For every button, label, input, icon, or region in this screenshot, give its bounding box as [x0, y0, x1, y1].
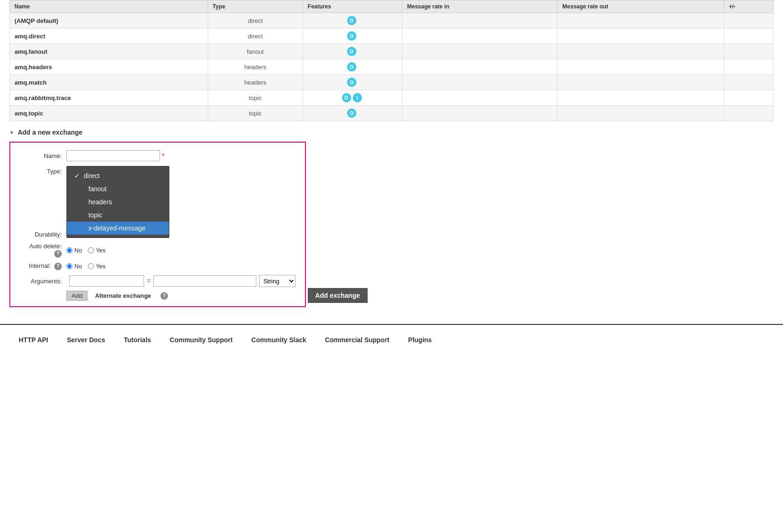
auto-delete-yes[interactable]: Yes: [88, 247, 106, 254]
exchange-name[interactable]: amq.direct: [10, 29, 208, 44]
alternate-exchange-help[interactable]: ?: [160, 292, 168, 300]
add-exchange-form: Name: * Type: ✓directfanoutheaderstopicx…: [9, 142, 306, 307]
exchange-type: direct: [208, 29, 303, 44]
exchange-features: D: [303, 13, 402, 29]
auto-delete-yes-radio[interactable]: [88, 247, 94, 253]
exchange-actions: [724, 29, 774, 44]
table-row: (AMQP default)directD: [10, 13, 774, 29]
type-option-label: x-delayed-message: [88, 224, 145, 232]
arg-value-input[interactable]: [153, 275, 256, 287]
auto-delete-row: Auto delete: ? No Yes: [20, 243, 296, 258]
exchange-features: DI: [303, 90, 402, 106]
footer-link-commercial-support[interactable]: Commercial Support: [316, 332, 399, 347]
exchange-rate-in: [402, 106, 558, 121]
exchange-type: topic: [208, 90, 303, 106]
type-option-label: fanout: [88, 185, 107, 193]
name-label: Name:: [20, 152, 66, 159]
add-exchange-button[interactable]: Add exchange: [308, 288, 368, 303]
internal-row: Internal: ? No Yes: [20, 262, 296, 270]
exchange-rate-out: [558, 29, 724, 44]
auto-delete-no-radio[interactable]: [66, 247, 72, 253]
exchange-actions: [724, 13, 774, 29]
exchanges-table: Name Type Features Message rate in Messa…: [9, 0, 774, 121]
exchange-features: D: [303, 106, 402, 121]
auto-delete-help[interactable]: ?: [54, 250, 62, 258]
exchange-type: topic: [208, 106, 303, 121]
bottom-buttons: Add Alternate exchange ?: [20, 291, 296, 301]
exchange-actions: [724, 106, 774, 121]
arg-equals: =: [147, 277, 151, 285]
exchange-name[interactable]: amq.match: [10, 75, 208, 90]
internal-help[interactable]: ?: [54, 263, 62, 270]
required-star: *: [162, 152, 164, 159]
type-option-fanout[interactable]: fanout: [67, 182, 169, 195]
add-exchange-header[interactable]: ▼ Add a new exchange: [9, 129, 774, 136]
exchange-actions: [724, 59, 774, 75]
exchange-type: direct: [208, 13, 303, 29]
exchange-type: headers: [208, 75, 303, 90]
footer-link-community-slack[interactable]: Community Slack: [242, 332, 315, 347]
exchange-name[interactable]: amq.topic: [10, 106, 208, 121]
internal-label: Internal: ?: [20, 262, 66, 270]
table-row: amq.rabbitmq.tracetopicDI: [10, 90, 774, 106]
table-row: amq.headersheadersD: [10, 59, 774, 75]
auto-delete-no[interactable]: No: [66, 247, 82, 254]
arguments-label: Arguments:: [20, 278, 66, 285]
arg-type-select[interactable]: String Number Boolean: [259, 275, 296, 287]
exchange-rate-in: [402, 59, 558, 75]
exchange-name[interactable]: (AMQP default): [10, 13, 208, 29]
alternate-exchange-label: Alternate exchange: [95, 292, 151, 299]
type-option-headers[interactable]: headers: [67, 195, 169, 208]
arguments-row: Arguments: = String Number Boolean: [20, 275, 296, 287]
exchange-rate-out: [558, 13, 724, 29]
exchange-rate-in: [402, 90, 558, 106]
internal-no-radio[interactable]: [66, 263, 72, 269]
footer-link-http-api[interactable]: HTTP API: [9, 332, 58, 347]
footer-link-community-support[interactable]: Community Support: [160, 332, 242, 347]
type-option-x-delayed-message[interactable]: x-delayed-message: [67, 222, 169, 235]
internal-no[interactable]: No: [66, 263, 82, 270]
exchange-rate-in: [402, 44, 558, 59]
exchange-name[interactable]: amq.rabbitmq.trace: [10, 90, 208, 106]
type-row: Type: ✓directfanoutheaderstopicx-delayed…: [20, 166, 296, 175]
add-exchange-section: ▼ Add a new exchange Name: * Type: ✓dire…: [9, 129, 774, 315]
internal-yes-radio[interactable]: [88, 263, 94, 269]
footer-link-plugins[interactable]: Plugins: [399, 332, 442, 347]
type-option-label: headers: [88, 198, 112, 206]
collapse-triangle: ▼: [9, 130, 14, 135]
exchange-rate-out: [558, 90, 724, 106]
arg-key-input[interactable]: [69, 275, 144, 287]
exchange-rate-out: [558, 75, 724, 90]
col-rate-out: Message rate out: [558, 0, 724, 13]
footer-link-tutorials[interactable]: Tutorials: [115, 332, 160, 347]
checkmark-icon: ✓: [74, 172, 80, 180]
exchange-type: headers: [208, 59, 303, 75]
exchange-rate-in: [402, 13, 558, 29]
col-features: Features: [303, 0, 402, 13]
auto-delete-options: No Yes: [66, 247, 106, 254]
name-input[interactable]: [66, 150, 160, 161]
type-option-label: direct: [84, 172, 100, 180]
exchange-actions: [724, 90, 774, 106]
table-row: amq.matchheadersD: [10, 75, 774, 90]
type-option-label: topic: [88, 211, 102, 219]
internal-yes[interactable]: Yes: [88, 263, 106, 270]
type-option-topic[interactable]: topic: [67, 208, 169, 222]
type-label: Type:: [20, 166, 66, 175]
footer-link-server-docs[interactable]: Server Docs: [58, 332, 115, 347]
exchange-rate-out: [558, 106, 724, 121]
table-row: amq.fanoutfanoutD: [10, 44, 774, 59]
exchange-name[interactable]: amq.fanout: [10, 44, 208, 59]
add-argument-button[interactable]: Add: [66, 291, 87, 301]
exchange-name[interactable]: amq.headers: [10, 59, 208, 75]
internal-options: No Yes: [66, 263, 106, 270]
exchange-actions: [724, 75, 774, 90]
exchange-actions: [724, 44, 774, 59]
footer: HTTP APIServer DocsTutorialsCommunity Su…: [0, 324, 783, 355]
table-row: amq.directdirectD: [10, 29, 774, 44]
exchange-type: fanout: [208, 44, 303, 59]
exchange-features: D: [303, 29, 402, 44]
type-dropdown-menu: ✓directfanoutheaderstopicx-delayed-messa…: [66, 166, 169, 238]
col-type: Type: [208, 0, 303, 13]
type-option-direct[interactable]: ✓direct: [67, 169, 169, 182]
